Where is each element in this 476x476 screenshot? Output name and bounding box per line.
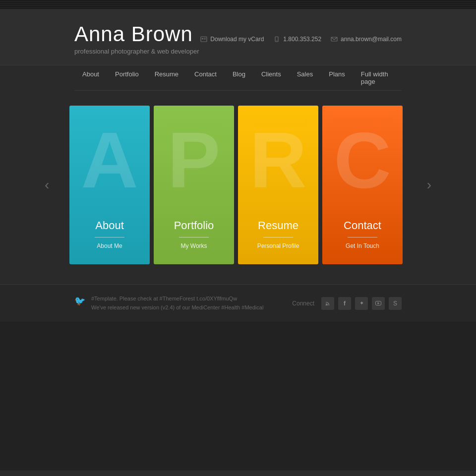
vcard-icon: [200, 35, 208, 43]
nav-item-clients[interactable]: Clients: [253, 65, 289, 90]
card-resume[interactable]: ResumePersonal Profile: [238, 106, 318, 264]
card-divider-0: [95, 237, 124, 238]
svg-point-7: [326, 304, 327, 305]
nav-item-about[interactable]: About: [74, 65, 107, 90]
card-title-resume: Resume: [258, 219, 298, 232]
email-item[interactable]: anna.brown@mail.com: [330, 35, 402, 43]
footer-left: 🐦 #Template. Please check at #ThemeFores…: [74, 295, 263, 312]
nav-link-plans[interactable]: Plans: [321, 65, 353, 83]
nav-link-full-width-page[interactable]: Full width page: [353, 65, 402, 90]
connect-label: Connect: [292, 300, 314, 307]
header-left: Anna Brown professional photographer & w…: [74, 23, 199, 55]
slider-wrapper: ‹ AboutAbout MePortfolioMy WorksResumePe…: [69, 106, 407, 264]
email-icon: [330, 35, 338, 43]
svg-point-5: [277, 40, 277, 41]
nav-item-full-width-page[interactable]: Full width page: [353, 65, 402, 90]
nav-item-sales[interactable]: Sales: [289, 65, 321, 90]
nav-item-contact[interactable]: Contact: [186, 65, 225, 90]
card-portfolio[interactable]: PortfolioMy Works: [154, 106, 234, 264]
card-contact[interactable]: ContactGet In Touch: [322, 106, 403, 264]
nav-wrapper: AboutPortfolioResumeContactBlogClientsSa…: [0, 65, 476, 90]
prev-arrow[interactable]: ‹: [40, 172, 54, 198]
nav-link-portfolio[interactable]: Portfolio: [107, 65, 147, 83]
card-subtitle-contact: Get In Touch: [346, 242, 379, 249]
nav-link-sales[interactable]: Sales: [289, 65, 321, 83]
main-content: ‹ AboutAbout MePortfolioMy WorksResumePe…: [0, 91, 476, 279]
next-arrow[interactable]: ›: [422, 172, 436, 198]
facebook-icon[interactable]: f: [338, 297, 351, 310]
card-title-about: About: [95, 219, 124, 232]
main-nav: AboutPortfolioResumeContactBlogClientsSa…: [74, 65, 402, 90]
footer: 🐦 #Template. Please check at #ThemeFores…: [0, 285, 476, 322]
svg-point-1: [202, 38, 203, 39]
nav-item-plans[interactable]: Plans: [321, 65, 353, 90]
cards-container: AboutAbout MePortfolioMy WorksResumePers…: [69, 106, 407, 264]
header: Anna Brown professional photographer & w…: [0, 9, 476, 65]
footer-text-line1: #Template. Please check at #ThemeForest …: [91, 295, 263, 303]
site-subtitle: professional photographer & web develope…: [74, 48, 199, 55]
card-title-contact: Contact: [344, 219, 381, 232]
nav-link-resume[interactable]: Resume: [147, 65, 186, 83]
nav-link-contact[interactable]: Contact: [186, 65, 225, 83]
site-title: Anna Brown: [74, 23, 199, 46]
card-about[interactable]: AboutAbout Me: [69, 106, 150, 264]
card-divider-3: [348, 237, 377, 238]
card-title-portfolio: Portfolio: [174, 219, 214, 232]
nav-link-blog[interactable]: Blog: [225, 65, 253, 83]
nav-item-blog[interactable]: Blog: [225, 65, 253, 90]
phone-icon: [273, 35, 281, 43]
rss-icon[interactable]: [321, 297, 334, 310]
bottom-area: [0, 322, 476, 471]
card-subtitle-resume: Personal Profile: [257, 242, 299, 249]
card-divider-1: [179, 237, 209, 238]
footer-text: #Template. Please check at #ThemeForest …: [91, 295, 263, 312]
card-subtitle-portfolio: My Works: [180, 242, 207, 249]
header-right: Download my vCard 1.800.353.252 anna.bro…: [200, 35, 402, 43]
phone-number: 1.800.353.252: [283, 36, 321, 43]
svg-marker-9: [378, 302, 380, 304]
card-subtitle-about: About Me: [97, 242, 122, 249]
vcard-label: Download my vCard: [210, 36, 264, 43]
skype-icon[interactable]: S: [389, 297, 402, 310]
nav-link-about[interactable]: About: [74, 65, 107, 83]
footer-right: Connect f ✦ S: [292, 297, 402, 310]
twitter-icon[interactable]: ✦: [355, 297, 368, 310]
nav-link-clients[interactable]: Clients: [253, 65, 289, 83]
phone-item: 1.800.353.252: [273, 35, 321, 43]
nav-item-portfolio[interactable]: Portfolio: [107, 65, 147, 90]
top-bar: [0, 0, 476, 9]
email-address: anna.brown@mail.com: [341, 36, 402, 43]
nav-item-resume[interactable]: Resume: [147, 65, 186, 90]
twitter-bird-icon: 🐦: [74, 296, 85, 306]
youtube-icon[interactable]: [372, 297, 385, 310]
card-divider-2: [263, 237, 293, 238]
vcard-item[interactable]: Download my vCard: [200, 35, 264, 43]
footer-text-line2: We've released new version (v2.4) of our…: [91, 303, 263, 312]
